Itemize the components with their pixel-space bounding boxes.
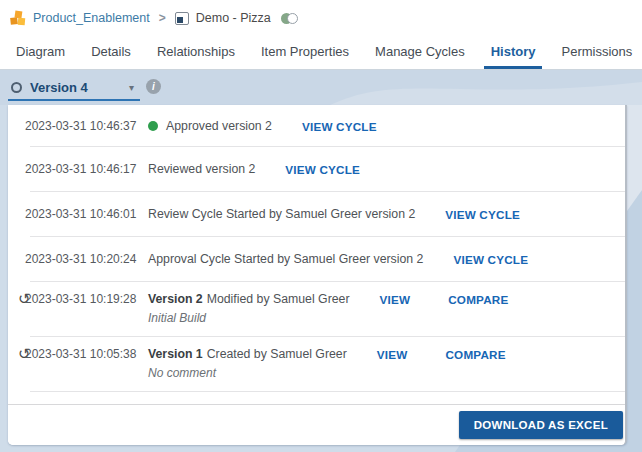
row-timestamp: 2023-03-31 10:46:01 [25,206,148,223]
breadcrumb-current: Demo - Pizza [196,11,271,25]
row-comment: No comment [148,365,347,382]
history-row: ↺ 2023-03-31 10:46:37 Approved version 2… [8,105,625,147]
row-description: Review Cycle Started by Samuel Greer ver… [148,206,415,223]
tab-diagram[interactable]: Diagram [9,36,72,69]
chevron-down-icon: ▾ [129,82,134,93]
row-timestamp: 2023-03-31 10:46:17 [25,161,148,178]
tab-permissions[interactable]: Permissions [554,36,639,69]
row-links: VIEW CYCLE [302,118,377,135]
history-row: ↺ 2023-03-31 10:20:24 Approval Cycle Sta… [8,237,625,282]
tab-history[interactable]: History [484,36,543,69]
version-status-circle-icon [11,82,22,93]
row-timestamp: 2023-03-31 10:46:37 [25,118,148,135]
breadcrumb: Product_Enablement > Demo - Pizza [0,0,642,36]
approved-status-dot [148,121,158,131]
cubes-icon [9,10,26,26]
row-links: VIEWCOMPARE [377,346,506,363]
row-comment: Initial Build [148,310,350,327]
row-description-block: Version 2 Modified by Samuel Greer Initi… [148,291,350,327]
history-rows: ↺ 2023-03-31 10:46:37 Approved version 2… [8,105,625,404]
row-description-block: Review Cycle Started by Samuel Greer ver… [148,206,415,223]
breadcrumb-root-link[interactable]: Product_Enablement [33,11,150,25]
version-selector-value: Version 4 [30,80,129,95]
history-row: ↺ 2023-03-31 10:46:01 Review Cycle Start… [8,192,625,237]
download-as-excel-button[interactable]: DOWNLOAD AS EXCEL [459,411,623,439]
tab-relationships[interactable]: Relationships [150,36,242,69]
toggle-right-circle [287,13,298,24]
row-links: VIEW CYCLE [453,251,528,268]
info-icon[interactable]: i [146,79,161,94]
tab-manage-cycles[interactable]: Manage Cycles [368,36,472,69]
tab-item-properties[interactable]: Item Properties [254,36,356,69]
row-links: VIEW CYCLE [445,206,520,223]
history-panel: ↺ 2023-03-31 10:46:37 Approved version 2… [8,105,627,445]
history-row: ↺ 2023-03-31 10:46:17 Reviewed version 2… [8,147,625,192]
chevron-right-icon: > [159,11,166,25]
row-timestamp: 2023-03-31 10:19:28 [25,291,148,308]
version-banner: Version 4 ▾ i [0,70,642,105]
history-row: ↺ 2023-03-31 10:19:28 Version 2 Modified… [8,282,625,337]
restore-version-icon[interactable]: ↺ [8,291,25,307]
view-cycle-link[interactable]: VIEW CYCLE [302,118,377,135]
diagram-item-icon [175,12,189,25]
view-cycle-link[interactable]: VIEW CYCLE [445,206,520,223]
version-selector[interactable]: Version 4 ▾ [8,75,140,101]
panel-footer: DOWNLOAD AS EXCEL [8,404,625,445]
row-description: Created by Samuel Greer [207,346,347,363]
view-link[interactable]: VIEW [377,346,408,363]
row-version-label: Version 2 [148,291,203,308]
tabs: DiagramDetailsRelationshipsItem Properti… [0,36,642,70]
view-cycle-link[interactable]: VIEW CYCLE [285,161,360,178]
view-link[interactable]: VIEW [380,291,411,308]
row-description-block: Approved version 2 [148,118,272,135]
row-version-label: Version 1 [148,346,203,363]
compare-link[interactable]: COMPARE [448,291,508,308]
history-row: ↺ 2023-03-31 10:05:38 Version 1 Created … [8,337,625,392]
row-timestamp: 2023-03-31 10:05:38 [25,346,148,363]
row-description-block: Version 1 Created by Samuel Greer No com… [148,346,347,382]
row-description: Reviewed version 2 [148,161,255,178]
row-description: Approved version 2 [166,118,272,135]
tab-details[interactable]: Details [84,36,138,69]
row-description-block: Reviewed version 2 [148,161,255,178]
row-description: Approval Cycle Started by Samuel Greer v… [148,251,423,268]
row-links: VIEWCOMPARE [380,291,509,308]
history-page: Product_Enablement > Demo - Pizza Diagra… [0,0,642,452]
row-links: VIEW CYCLE [285,161,360,178]
row-timestamp: 2023-03-31 10:20:24 [25,251,148,268]
row-description: Modified by Samuel Greer [207,291,350,308]
toggle-icon[interactable] [281,13,298,24]
row-description-block: Approval Cycle Started by Samuel Greer v… [148,251,423,268]
compare-link[interactable]: COMPARE [445,346,505,363]
restore-version-icon[interactable]: ↺ [8,346,25,362]
view-cycle-link[interactable]: VIEW CYCLE [453,251,528,268]
